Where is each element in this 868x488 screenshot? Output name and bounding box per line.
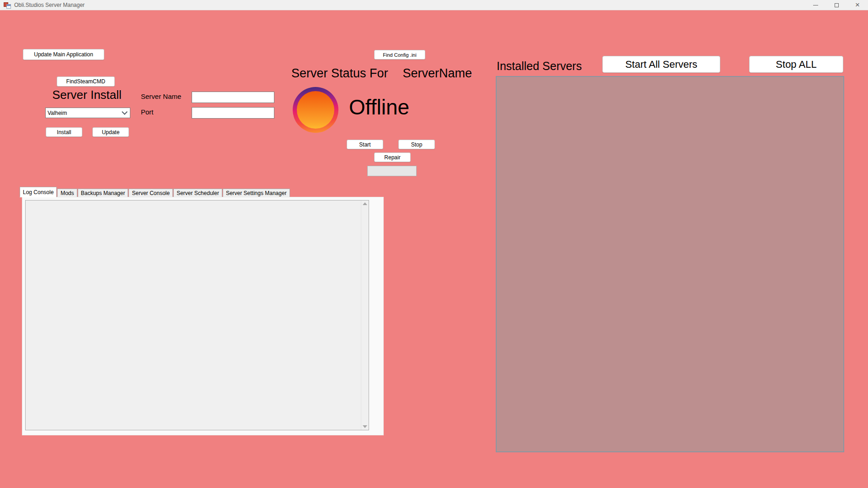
server-name-input[interactable]: [192, 92, 274, 103]
scroll-up-icon[interactable]: [363, 202, 367, 205]
tab-server-scheduler[interactable]: Server Scheduler: [173, 189, 222, 197]
minimize-icon: [813, 5, 818, 5]
log-console-scrollbar[interactable]: [361, 201, 369, 430]
update-server-button[interactable]: Update: [92, 127, 129, 137]
find-config-ini-button[interactable]: Find Config .ini: [374, 50, 425, 60]
stop-button[interactable]: Stop: [398, 140, 435, 149]
repair-button[interactable]: Repair: [374, 152, 411, 162]
start-all-servers-button[interactable]: Start All Servers: [602, 56, 720, 73]
status-indicator-icon: [293, 87, 338, 133]
scroll-down-icon[interactable]: [363, 425, 367, 428]
server-install-title: Server Install: [45, 88, 129, 102]
chevron-down-icon: [122, 109, 128, 115]
server-status-heading: Server Status For ServerName: [291, 66, 472, 81]
tab-mods[interactable]: Mods: [57, 189, 77, 197]
installed-servers-list[interactable]: [496, 76, 844, 452]
window-controls: [805, 0, 868, 10]
log-console-textarea[interactable]: [25, 200, 369, 430]
installed-servers-title: Installed Servers: [497, 60, 582, 73]
install-button[interactable]: Install: [46, 127, 82, 137]
tab-server-console[interactable]: Server Console: [129, 189, 173, 197]
window-title: Obli.Studios Server Manager: [14, 2, 805, 8]
status-indicator-core: [297, 91, 334, 129]
app-window: Obli.Studios Server Manager Update Main …: [0, 0, 868, 488]
progress-bar: [367, 166, 417, 176]
status-heading-server-name: ServerName: [403, 66, 472, 81]
app-icon: [4, 1, 11, 9]
server-name-label: Server Name: [141, 92, 181, 100]
close-button[interactable]: [847, 0, 868, 10]
close-icon: [855, 1, 860, 9]
tab-backups-manager[interactable]: Backups Manager: [78, 189, 129, 197]
find-steamcmd-button[interactable]: FindSteamCMD: [57, 76, 115, 87]
status-heading-prefix: Server Status For: [291, 66, 388, 81]
server-state-text: Offline: [349, 95, 409, 119]
game-select-value: Valheim: [48, 110, 67, 116]
stop-all-servers-button[interactable]: Stop ALL: [749, 56, 843, 73]
title-bar: Obli.Studios Server Manager: [0, 0, 868, 11]
minimize-button[interactable]: [805, 0, 826, 10]
tab-server-settings-manager[interactable]: Server Settings Manager: [223, 189, 290, 197]
update-main-application-button[interactable]: Update Main Application: [23, 49, 104, 60]
port-label: Port: [141, 108, 154, 116]
tab-log-console[interactable]: Log Console: [20, 187, 57, 197]
start-button[interactable]: Start: [347, 140, 383, 149]
maximize-icon: [835, 3, 839, 7]
maximize-button[interactable]: [826, 0, 847, 10]
port-input[interactable]: [192, 107, 274, 119]
game-select-dropdown[interactable]: Valheim: [45, 108, 130, 118]
tab-strip: Log ConsoleModsBackups ManagerServer Con…: [20, 188, 290, 197]
